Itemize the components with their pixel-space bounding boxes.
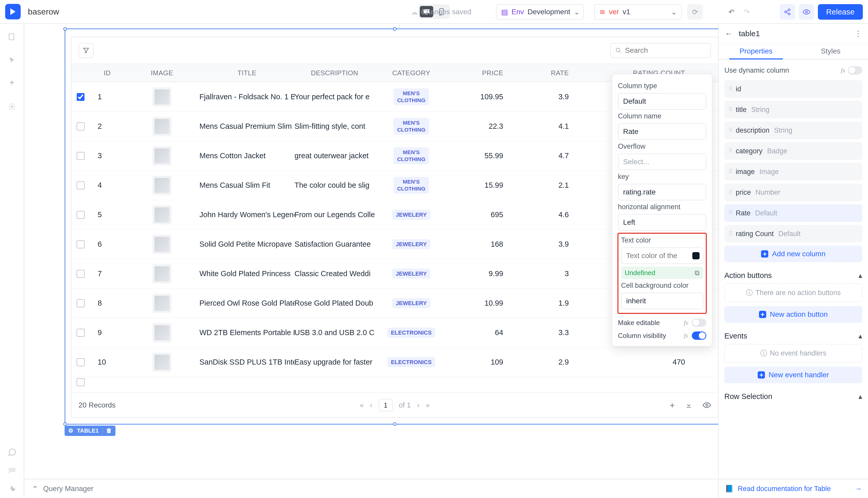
copy-icon[interactable]: ⧉ [695,269,700,277]
row-checkbox[interactable] [77,182,84,189]
add-row-button[interactable]: + [669,400,675,410]
column-name-input[interactable] [618,123,706,140]
column-list-item[interactable]: ⠿ price Number [724,184,862,201]
release-button[interactable]: Release [818,4,863,19]
overflow-select[interactable]: Select... [618,154,706,170]
download-button[interactable] [685,402,692,409]
row-checkbox[interactable] [77,122,84,130]
version-refresh-button[interactable]: ⟳ [687,4,703,19]
col-header-rate[interactable]: RATE [511,69,589,77]
chevron-up-icon[interactable]: ⌃ [32,485,38,493]
rail-cursor-icon[interactable] [7,55,17,65]
add-new-column-button[interactable]: + Add new column [724,246,862,262]
use-dynamic-column-toggle[interactable] [848,66,862,75]
rail-settings-icon[interactable] [7,101,17,112]
fx-icon[interactable]: fx [684,332,688,339]
column-settings-popover[interactable]: Column type Default Column name Overflow… [612,74,712,346]
drag-handle-icon[interactable]: ⠿ [729,168,731,175]
row-checkbox[interactable] [77,378,84,386]
version-selector[interactable]: ≋ ver v1 ⌄ [594,4,682,19]
drag-handle-icon[interactable]: ⠿ [729,189,731,196]
row-checkbox[interactable] [77,299,84,307]
cell-rating-count: 470 [589,358,695,366]
selection-tag[interactable]: ⚙ TABLE1 🗑 [65,425,116,436]
search-input[interactable] [625,46,706,55]
table-row[interactable]: 10 SanDisk SSD PLUS 1TB Inte Easy upgrad… [71,348,718,377]
filter-button[interactable] [79,43,94,58]
table-row[interactable] [71,377,718,387]
page-first[interactable]: « [360,401,364,409]
column-list-item[interactable]: ⠿ description String [724,121,862,139]
inspector-menu-button[interactable]: ⋮ [855,29,862,38]
new-action-button[interactable]: + New action button [724,306,862,323]
cell-bg-input[interactable] [621,293,703,309]
rail-comment-icon[interactable] [8,467,16,474]
undo-button[interactable]: ↶ [729,8,734,16]
plus-icon: + [759,311,766,318]
environment-selector[interactable]: ▤ Env Development ⌄ [496,4,584,19]
drag-handle-icon[interactable]: ⠿ [729,127,731,134]
drag-handle-icon[interactable]: ⠿ [729,148,731,154]
inspector-back-button[interactable]: ← [725,29,733,38]
rail-spark-icon[interactable] [7,78,17,89]
row-checkbox[interactable] [77,358,84,366]
make-editable-toggle[interactable] [692,318,706,327]
undefined-suggestion[interactable]: Undefined ⧉ [621,266,703,279]
redo-button[interactable]: ↷ [744,8,750,16]
row-checkbox[interactable] [77,329,84,337]
row-checkbox[interactable] [77,152,84,160]
drag-handle-icon[interactable]: ⠿ [729,231,731,237]
drag-handle-icon[interactable]: ⠿ [729,86,731,92]
fx-toggle-icon[interactable] [692,252,700,259]
col-header-image[interactable]: IMAGE [124,69,200,77]
column-list-item[interactable]: ⠿ title String [724,101,862,118]
trash-icon[interactable]: 🗑 [106,428,112,434]
col-header-cat[interactable]: CATEGORY [375,69,448,77]
rail-chat-icon[interactable] [8,448,16,457]
row-checkbox[interactable] [77,211,84,219]
drag-handle-icon[interactable]: ⠿ [729,106,731,113]
rail-theme-icon[interactable] [8,485,16,493]
row-checkbox[interactable] [77,240,84,248]
row-checkbox[interactable] [77,270,84,278]
drag-handle-icon[interactable]: ⠿ [729,210,731,217]
tab-styles[interactable]: Styles [794,43,868,59]
preview-button[interactable] [799,4,814,19]
column-visibility-toggle[interactable] [692,331,706,340]
table-search[interactable] [610,43,711,58]
column-list-item[interactable]: ⠿ rating Count Default [724,225,862,243]
documentation-link[interactable]: 📘 Read documentation for Table → [719,479,868,498]
events-heading: Events [724,332,747,340]
collapse-icon[interactable]: ▴ [858,331,862,340]
page-input[interactable] [379,399,393,411]
column-type-select[interactable]: Default [618,93,706,110]
column-list-item[interactable]: ⠿ category Badge [724,142,862,160]
text-color-input[interactable] [621,247,703,264]
row-checkbox[interactable] [77,93,84,101]
tab-properties[interactable]: Properties [719,43,794,59]
new-event-handler-button[interactable]: + New event handler [724,367,862,383]
app-logo[interactable] [5,4,21,19]
bottom-bar[interactable]: ⌃ Query Manager [24,479,718,498]
key-input[interactable] [618,184,706,200]
visibility-button[interactable] [703,402,711,408]
page-next[interactable]: › [417,401,419,409]
col-header-id[interactable]: ID [90,69,124,77]
rail-pages-icon[interactable] [7,31,17,42]
collapse-icon[interactable]: ▴ [858,392,862,401]
page-prev[interactable]: ‹ [370,401,372,409]
col-header-desc[interactable]: DESCRIPTION [295,69,375,77]
collapse-icon[interactable]: ▴ [858,271,862,280]
fx-icon[interactable]: fx [684,319,688,326]
canvas[interactable]: ⚙ TABLE1 🗑 ID IMAGE TITLE DESCRIPTION CA… [24,24,718,479]
share-button[interactable] [779,4,795,19]
query-manager-label[interactable]: Query Manager [43,485,94,493]
column-list-item[interactable]: ⠿ id [724,80,862,98]
fx-icon[interactable]: fx [841,67,845,74]
column-list-item[interactable]: ⠿ Rate Default [724,204,862,222]
column-list-item[interactable]: ⠿ image Image [724,163,862,181]
page-last[interactable]: » [426,401,430,409]
col-header-price[interactable]: PRICE [448,69,511,77]
halign-select[interactable]: Left [618,214,706,231]
col-header-title[interactable]: TITLE [200,69,295,77]
